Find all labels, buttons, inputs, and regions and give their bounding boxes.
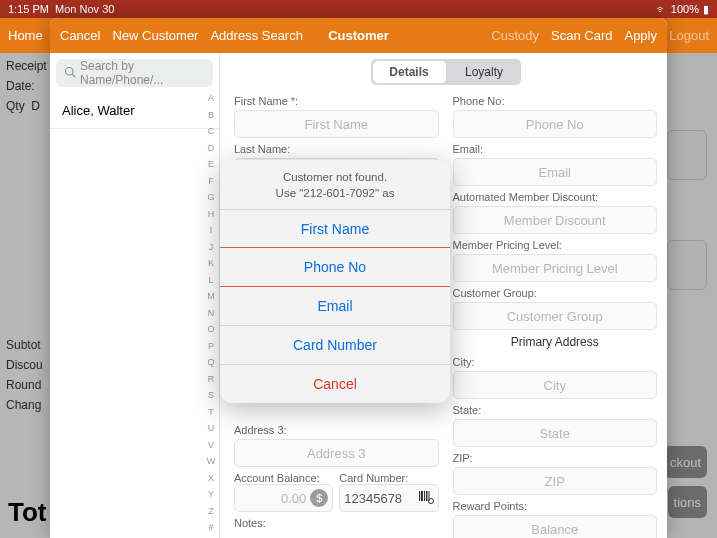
status-time: 1:15 PM	[8, 3, 49, 15]
balance-label: Account Balance:	[234, 472, 333, 484]
apply-button[interactable]: Apply	[624, 28, 657, 43]
group-label: Customer Group:	[453, 287, 658, 299]
svg-rect-3	[421, 491, 423, 501]
address-search-button[interactable]: Address Search	[210, 28, 303, 43]
state-field[interactable]: State	[453, 419, 658, 447]
battery-icon: ▮	[703, 3, 709, 16]
reward-label: Reward Points:	[453, 500, 658, 512]
firstname-field[interactable]: First Name	[234, 110, 439, 138]
logout-button[interactable]: Logout	[669, 28, 709, 43]
alert-message: Customer not found. Use "212-601-7092" a…	[220, 160, 450, 209]
city-label: City:	[453, 356, 658, 368]
new-customer-button[interactable]: New Customer	[112, 28, 198, 43]
status-bar: 1:15 PM Mon Nov 30 ᯤ 100% ▮	[0, 0, 717, 18]
customer-not-found-alert: Customer not found. Use "212-601-7092" a…	[220, 160, 450, 403]
address3-field[interactable]: Address 3	[234, 439, 439, 467]
address3-label: Address 3:	[234, 424, 439, 436]
tab-loyalty[interactable]: Loyalty	[448, 59, 521, 85]
barcode-icon[interactable]	[418, 489, 434, 508]
details-loyalty-tabs[interactable]: Details Loyalty	[371, 59, 521, 85]
alert-option-cardnumber[interactable]: Card Number	[220, 325, 450, 364]
cardnumber-label: Card Number:	[339, 472, 438, 484]
svg-rect-4	[424, 491, 425, 501]
pricing-label: Member Pricing Level:	[453, 239, 658, 251]
primary-address-header: Primary Address	[453, 335, 658, 349]
balance-field[interactable]: 0.00$	[234, 484, 333, 512]
search-input[interactable]: Search by Name/Phone/...	[56, 59, 213, 87]
firstname-label: First Name *:	[234, 95, 439, 107]
cardnumber-field[interactable]: 12345678	[339, 484, 438, 512]
phone-label: Phone No:	[453, 95, 658, 107]
alert-option-phone[interactable]: Phone No	[220, 247, 450, 287]
discount-field[interactable]: Member Discount	[453, 206, 658, 234]
alert-option-cancel[interactable]: Cancel	[220, 364, 450, 403]
customer-list-panel: Search by Name/Phone/... Alice, Walter A…	[50, 53, 220, 538]
svg-rect-2	[419, 491, 420, 501]
svg-line-1	[72, 74, 75, 77]
status-date: Mon Nov 30	[55, 3, 114, 15]
svg-point-0	[66, 67, 74, 75]
city-field[interactable]: City	[453, 371, 658, 399]
cancel-button[interactable]: Cancel	[60, 28, 100, 43]
battery-text: 100%	[671, 3, 699, 15]
state-label: State:	[453, 404, 658, 416]
svg-rect-5	[426, 491, 428, 501]
search-icon	[64, 66, 76, 81]
list-item[interactable]: Alice, Walter	[50, 93, 219, 129]
home-button[interactable]: Home	[8, 28, 43, 43]
reward-field[interactable]: Balance	[453, 515, 658, 538]
pricing-field[interactable]: Member Pricing Level	[453, 254, 658, 282]
email-label: Email:	[453, 143, 658, 155]
wifi-icon: ᯤ	[656, 3, 667, 15]
alert-option-firstname[interactable]: First Name	[220, 209, 450, 248]
index-bar[interactable]: ABCDEFGHIJKLMNOPQRSTUVWXYZ#	[205, 93, 217, 532]
notes-label: Notes:	[234, 517, 439, 529]
dollar-icon: $	[310, 489, 328, 507]
tab-details[interactable]: Details	[373, 61, 446, 83]
zip-label: ZIP:	[453, 452, 658, 464]
custody-button[interactable]: Custody	[491, 28, 539, 43]
alert-option-email[interactable]: Email	[220, 286, 450, 325]
email-field[interactable]: Email	[453, 158, 658, 186]
zip-field[interactable]: ZIP	[453, 467, 658, 495]
search-placeholder: Search by Name/Phone/...	[80, 59, 205, 87]
discount-label: Automated Member Discount:	[453, 191, 658, 203]
group-field[interactable]: Customer Group	[453, 302, 658, 330]
scan-card-button[interactable]: Scan Card	[551, 28, 612, 43]
modal-navbar: Cancel New Customer Address Search Custo…	[50, 18, 667, 53]
phone-field[interactable]: Phone No	[453, 110, 658, 138]
lastname-label: Last Name:	[234, 143, 439, 155]
